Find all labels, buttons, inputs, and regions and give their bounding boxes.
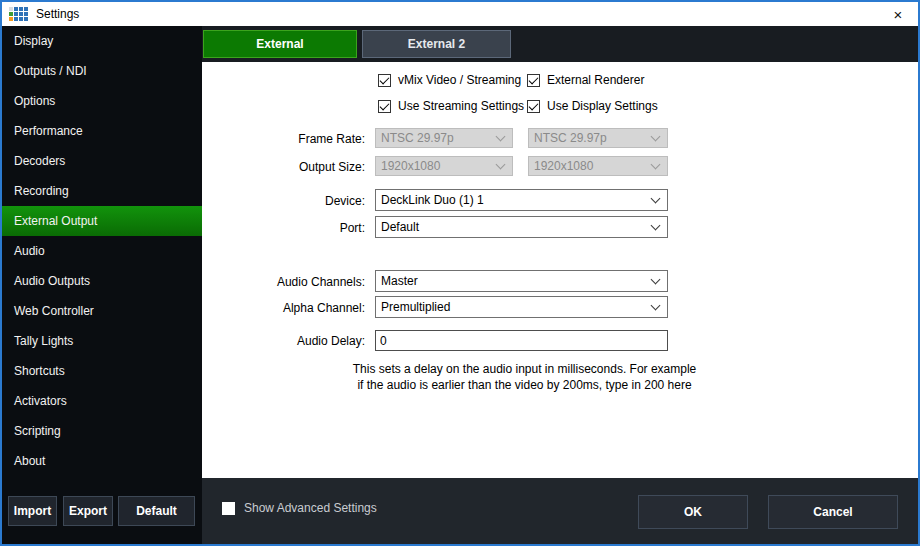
sidebar-item-audio[interactable]: Audio [2, 236, 202, 266]
sidebar-item-external-output[interactable]: External Output [2, 206, 202, 236]
checkbox-label: Use Streaming Settings [398, 99, 524, 113]
output-size-label: Output Size: [225, 160, 365, 174]
frame-rate-select-1: NTSC 29.97p [375, 128, 513, 148]
audio-delay-help-text: This sets a delay on the audio input in … [352, 361, 697, 393]
alpha-channel-label: Alpha Channel: [225, 301, 365, 315]
checkbox-external-renderer[interactable]: External Renderer [527, 73, 644, 87]
checkbox-label: Use Display Settings [547, 99, 658, 113]
bottom-bar: Show Advanced Settings OK Cancel [202, 478, 918, 544]
default-button[interactable]: Default [118, 496, 195, 526]
chevron-down-icon [652, 221, 660, 229]
checkbox-label: vMix Video / Streaming [398, 73, 521, 87]
title-bar: Settings × [2, 2, 918, 26]
sidebar-item-display[interactable]: Display [2, 26, 202, 56]
chevron-down-icon [497, 132, 505, 140]
advanced-settings-label: Show Advanced Settings [244, 501, 377, 515]
chevron-down-icon [652, 275, 660, 283]
checkbox-use-streaming-settings[interactable]: Use Streaming Settings [378, 99, 524, 113]
chevron-down-icon [652, 160, 660, 168]
checkbox-checked-icon [527, 74, 540, 87]
alpha-channel-select[interactable]: Premultiplied [375, 296, 668, 318]
checkbox-checked-icon [378, 74, 391, 87]
export-button[interactable]: Export [63, 496, 113, 526]
output-size-value-2: 1920x1080 [534, 159, 593, 173]
sidebar-item-web-controller[interactable]: Web Controller [2, 296, 202, 326]
vmix-grid-icon [9, 7, 28, 21]
frame-rate-select-2: NTSC 29.97p [528, 128, 668, 148]
sidebar-item-about[interactable]: About [2, 446, 202, 476]
device-value: DeckLink Duo (1) 1 [381, 193, 484, 207]
chevron-down-icon [652, 301, 660, 309]
port-value: Default [381, 220, 419, 234]
cancel-button[interactable]: Cancel [768, 495, 898, 529]
sidebar-item-shortcuts[interactable]: Shortcuts [2, 356, 202, 386]
external-output-panel: vMix Video / Streaming External Renderer… [202, 62, 918, 478]
sidebar: Display Outputs / NDI Options Performanc… [2, 26, 202, 544]
output-size-select-1: 1920x1080 [375, 156, 513, 176]
device-select[interactable]: DeckLink Duo (1) 1 [375, 189, 668, 211]
ok-button[interactable]: OK [638, 495, 748, 529]
sidebar-item-audio-outputs[interactable]: Audio Outputs [2, 266, 202, 296]
checkbox-checked-icon [378, 100, 391, 113]
audio-delay-label: Audio Delay: [225, 334, 365, 348]
sidebar-item-decoders[interactable]: Decoders [2, 146, 202, 176]
audio-delay-input[interactable] [375, 330, 668, 351]
alpha-channel-value: Premultiplied [381, 300, 450, 314]
tab-external-2[interactable]: External 2 [362, 30, 511, 58]
chevron-down-icon [652, 132, 660, 140]
output-size-select-2: 1920x1080 [528, 156, 668, 176]
tab-external[interactable]: External [203, 30, 357, 58]
sidebar-item-activators[interactable]: Activators [2, 386, 202, 416]
frame-rate-value-1: NTSC 29.97p [381, 131, 454, 145]
import-button[interactable]: Import [8, 496, 57, 526]
tab-bar: External External 2 [202, 26, 918, 62]
audio-channels-value: Master [381, 274, 418, 288]
sidebar-item-options[interactable]: Options [2, 86, 202, 116]
checkbox-use-display-settings[interactable]: Use Display Settings [527, 99, 658, 113]
frame-rate-value-2: NTSC 29.97p [534, 131, 607, 145]
sidebar-item-outputs-ndi[interactable]: Outputs / NDI [2, 56, 202, 86]
audio-channels-select[interactable]: Master [375, 270, 668, 292]
frame-rate-label: Frame Rate: [225, 132, 365, 146]
checkbox-unchecked-icon [222, 502, 235, 515]
port-select[interactable]: Default [375, 216, 668, 238]
audio-channels-label: Audio Channels: [225, 275, 365, 289]
output-size-value-1: 1920x1080 [381, 159, 440, 173]
sidebar-item-scripting[interactable]: Scripting [2, 416, 202, 446]
sidebar-item-performance[interactable]: Performance [2, 116, 202, 146]
device-label: Device: [225, 194, 365, 208]
chevron-down-icon [652, 194, 660, 202]
chevron-down-icon [497, 160, 505, 168]
checkbox-show-advanced-settings[interactable]: Show Advanced Settings [222, 501, 377, 515]
checkbox-vmix-video-streaming[interactable]: vMix Video / Streaming [378, 73, 521, 87]
sidebar-item-recording[interactable]: Recording [2, 176, 202, 206]
close-icon[interactable]: × [878, 2, 918, 26]
port-label: Port: [225, 221, 365, 235]
window-title: Settings [36, 7, 79, 21]
sidebar-item-tally-lights[interactable]: Tally Lights [2, 326, 202, 356]
checkbox-label: External Renderer [547, 73, 644, 87]
checkbox-checked-icon [527, 100, 540, 113]
settings-window: Settings × Display Outputs / NDI Options… [0, 0, 920, 546]
